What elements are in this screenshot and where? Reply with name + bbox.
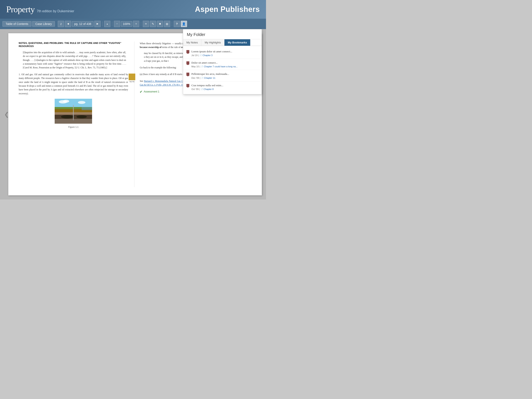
svg-rect-11 bbox=[73, 105, 74, 120]
bookmark-item-2: Dolor sit amet consect... May 10 | 📄 Cha… bbox=[183, 59, 262, 70]
svg-point-8 bbox=[61, 115, 73, 119]
bookmark-1-date: Jul 19 bbox=[191, 54, 197, 57]
toc-button[interactable]: Table of Contents bbox=[2, 21, 31, 27]
book-title-sub: 7th edition by Dukeminier bbox=[37, 9, 74, 13]
bookmark-3-meta: Dec '09 | 📄 Chapter 11 bbox=[191, 77, 258, 79]
page-info: pg. 12 of 438 bbox=[72, 21, 94, 27]
separator-2 bbox=[112, 21, 112, 26]
book-title-main: Property bbox=[6, 4, 35, 14]
intro-paragraph: [I]nquiries into the acquisition of titl… bbox=[19, 51, 128, 70]
highlight-black-button[interactable]: ■ bbox=[157, 21, 163, 27]
user-account-button[interactable]: 👤 bbox=[181, 21, 187, 27]
publisher-name: Aspen Publishers bbox=[195, 5, 260, 14]
annotate-button[interactable]: ✎ bbox=[150, 21, 156, 27]
bookmark-3-date: Dec '09 bbox=[191, 77, 199, 79]
case-library-button[interactable]: Case Library bbox=[32, 21, 55, 27]
doc-icon-4: 📄 bbox=[201, 88, 203, 90]
bookmark-item-1: Lorem ipsum dolor sit amet consect... Ju… bbox=[183, 48, 262, 59]
bookmark-2-meta: May 10 | 📄 Chapter 7 could have a long n… bbox=[191, 65, 258, 68]
app-header: Property 7th edition by Dukeminier Aspen… bbox=[0, 0, 266, 19]
svg-point-3 bbox=[78, 101, 85, 104]
list-view-button[interactable]: ≡ bbox=[143, 21, 149, 27]
section-heading: NOTES, QUESTIONS, AND PROBLEMS: THE RULE… bbox=[19, 42, 128, 48]
bookmark-1-chapter[interactable]: Chapter 3 bbox=[203, 54, 212, 57]
bookmark-icon-3 bbox=[186, 73, 189, 76]
bookmark-2-text: Dolor sit amet consect... bbox=[191, 61, 258, 65]
my-folder-title: My Folder bbox=[183, 29, 262, 39]
main-area: ❮ NOTES, QUESTIONS, AND PROBLEMS: THE RU… bbox=[0, 29, 266, 200]
bookmark-2-chapter[interactable]: Chapter 7 could have a long na... bbox=[204, 65, 238, 68]
black-square-icon: ■ bbox=[159, 22, 161, 25]
bookmark-3-chapter[interactable]: Chapter 11 bbox=[204, 77, 215, 79]
zoom-in-button[interactable]: + bbox=[133, 21, 139, 27]
bookmark-icon-4 bbox=[186, 84, 189, 88]
half-page-icon: ▨ bbox=[166, 22, 168, 25]
doc-icon-2: 📄 bbox=[201, 65, 203, 68]
bookmark-list: Lorem ipsum dolor sit amet consect... Ju… bbox=[183, 46, 262, 94]
because-ownership-text: because ownership of bbox=[140, 46, 161, 48]
page-back-button[interactable]: ◄ bbox=[65, 21, 71, 27]
bookmark-1-content: Lorem ipsum dolor sit amet consect... Ju… bbox=[191, 50, 258, 57]
tab-my-bookmarks[interactable]: My Bookmarks bbox=[224, 39, 250, 46]
bookmark-item-3: Pellentesque leo arcu, malesuada... Dec … bbox=[183, 70, 262, 81]
note-icon-container: NOTE bbox=[129, 74, 135, 83]
note-icon bbox=[129, 74, 135, 80]
svg-rect-13 bbox=[82, 107, 92, 110]
bookmark-4-content: Cras tempus nulla sed enim... Oct '09 | … bbox=[191, 83, 258, 90]
tab-my-notes[interactable]: My Notes bbox=[183, 39, 201, 46]
doc-icon-1: 📄 bbox=[199, 54, 202, 57]
figure-label: Figure 1.1 bbox=[19, 126, 128, 128]
bookmark-4-text: Cras tempus nulla sed enim... bbox=[191, 83, 258, 87]
circle-icon-button[interactable]: ● bbox=[104, 21, 110, 27]
bookmark-1-text: Lorem ipsum dolor sit amet consect... bbox=[191, 50, 258, 53]
bookmark-2-content: Dolor sit amet consect... May 10 | 📄 Cha… bbox=[191, 61, 258, 68]
bookmark-icon-1 bbox=[186, 50, 189, 54]
my-folder-tabs: My Notes My Highlights My Bookmarks bbox=[183, 39, 262, 46]
separator-3 bbox=[141, 21, 141, 26]
assessment-label[interactable]: Assessment 1 bbox=[144, 90, 159, 93]
paragraph-1: 1. Oil and gas. Oil and natural gas comm… bbox=[19, 73, 128, 95]
toolbar: Table of Contents Case Library 2 ◄ pg. 1… bbox=[0, 19, 266, 29]
checkmark-icon: ✔ bbox=[140, 90, 142, 94]
tab-my-highlights[interactable]: My Highlights bbox=[201, 39, 224, 46]
bookmark-1-meta: Jul 19 | 📄 Chapter 3 bbox=[191, 54, 258, 57]
bookmark-item-4: Cras tempus nulla sed enim... Oct '09 | … bbox=[183, 82, 262, 93]
svg-point-2 bbox=[63, 100, 69, 103]
bookmark-4-meta: Oct '09 | 📄 Chapter 8 bbox=[191, 88, 258, 90]
doc-icon-3: 📄 bbox=[201, 77, 203, 79]
bookmark-3-text: Pellentesque leo arcu, malesuada... bbox=[191, 72, 258, 76]
figure-container: Figure 1.1 bbox=[19, 99, 128, 128]
page-left-column: NOTES, QUESTIONS, AND PROBLEMS: THE RULE… bbox=[19, 42, 128, 187]
my-folder-panel: My Folder My Notes My Highlights My Book… bbox=[183, 29, 262, 94]
zoom-level: 100% bbox=[121, 21, 132, 27]
bookmark-icon-2 bbox=[186, 61, 189, 65]
bookmark-2-date: May 10 bbox=[191, 65, 199, 68]
bookmark-4-chapter[interactable]: Chapter 8 bbox=[204, 88, 214, 90]
book-title: Property 7th edition by Dukeminier bbox=[6, 4, 74, 14]
bookmark-3-content: Pellentesque leo arcu, malesuada... Dec … bbox=[191, 72, 258, 79]
separator-1 bbox=[102, 21, 102, 26]
pen-icon: ✎ bbox=[152, 22, 154, 26]
zoom-out-button[interactable]: − bbox=[114, 21, 120, 27]
note-label: NOTE bbox=[129, 81, 135, 83]
figure-1-1 bbox=[55, 99, 92, 124]
user-icon: 👤 bbox=[182, 22, 186, 26]
half-page-button[interactable]: ▨ bbox=[164, 21, 170, 27]
help-button[interactable]: ? bbox=[174, 21, 180, 27]
page-forward-button[interactable]: ► bbox=[94, 21, 101, 27]
svg-point-9 bbox=[76, 115, 87, 118]
page-num-box[interactable]: 2 bbox=[58, 21, 64, 27]
bookmark-4-date: Oct '09 bbox=[191, 88, 199, 90]
